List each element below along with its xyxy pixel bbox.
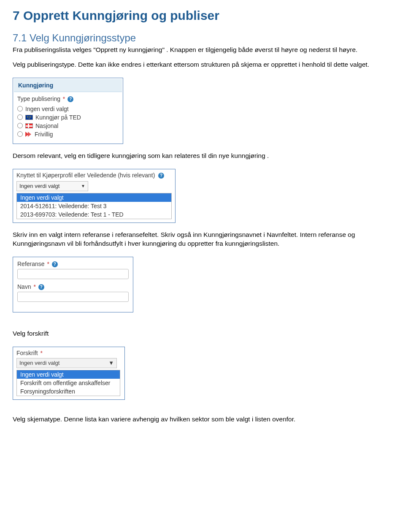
intro-para-1: Fra publiseringslista velges "Opprett ny… xyxy=(13,46,392,54)
radio-input[interactable] xyxy=(17,114,23,120)
no-flag-icon xyxy=(25,123,33,128)
help-icon[interactable]: ? xyxy=(52,261,58,267)
eu-flag-icon xyxy=(25,115,33,120)
screenshot-referanse-navn: Referanse * ? Navn * ? xyxy=(13,257,133,312)
forskrift-select[interactable]: Ingen verdi valgt ▼ xyxy=(16,358,117,368)
radio-input[interactable] xyxy=(17,131,23,137)
knyttet-options: Ingen verdi valgt 2014-512611: Veiledend… xyxy=(16,193,172,219)
subsection-heading: 7.1 Velg Kunngjøringsstype xyxy=(13,32,392,44)
dropdown-option[interactable]: Ingen verdi valgt xyxy=(17,193,171,202)
dropdown-option[interactable]: Ingen verdi valgt xyxy=(17,370,120,379)
navn-input[interactable] xyxy=(17,292,129,302)
para-relater: Dersom relevant, velg en tidligere kunng… xyxy=(13,152,392,160)
chevron-down-icon: ▼ xyxy=(81,184,85,188)
velg-forskrift-label: Velg forskrift xyxy=(13,329,392,338)
velg-skjematype-para: Velg skjematype. Denne lista kan variere… xyxy=(13,415,392,424)
intro-para-2: Velg publiseringstype. Dette kan ikke en… xyxy=(13,60,392,69)
dropdown-option[interactable]: 2013-699703: Veiledende: Test 1 - TED xyxy=(17,210,171,219)
forskrift-options: Ingen verdi valgt Forskrift om offentlig… xyxy=(16,370,120,396)
help-icon[interactable]: ? xyxy=(38,284,44,290)
panel-title: Kunngjøring xyxy=(14,79,122,92)
radio-kunngjor-pa-ted[interactable]: Kunngjør på TED xyxy=(17,113,119,122)
chevron-down-icon: ▼ xyxy=(108,360,114,366)
section-heading: 7 Opprett Kunngjøring og publiser xyxy=(13,8,392,23)
referanse-input[interactable] xyxy=(17,269,129,279)
screenshot-knyttet-dropdown: Knyttet til Kjøperprofil eller Veiledend… xyxy=(13,169,176,223)
radio-ingen-verdi-valgt[interactable]: Ingen verdi valgt xyxy=(17,105,119,113)
help-icon[interactable]: ? xyxy=(158,173,164,179)
frivillig-icon xyxy=(25,132,32,137)
knyttet-select[interactable]: Ingen verdi valgt ▼ xyxy=(16,181,88,191)
required-marker: * xyxy=(62,95,66,102)
radio-input[interactable] xyxy=(17,106,23,111)
required-marker: * xyxy=(46,261,50,267)
dropdown-option[interactable]: 2014-512611: Veiledende: Test 3 xyxy=(17,202,171,210)
knyttet-label: Knyttet til Kjøperprofil eller Veiledend… xyxy=(16,172,172,179)
navn-label: Navn * ? xyxy=(17,283,129,290)
referanse-label: Referanse * ? xyxy=(17,261,129,267)
dropdown-option[interactable]: Forskrift om offentlige anskaffelser xyxy=(17,379,120,387)
screenshot-kunngjoring-panel: Kunngjøring Type publisering * ? Ingen v… xyxy=(13,78,123,144)
screenshot-forskrift-dropdown: Forskrift * Ingen verdi valgt ▼ Ingen ve… xyxy=(13,347,125,400)
required-marker: * xyxy=(39,350,43,356)
para-referanse-instruks: Skriv inn en valgt intern referanse i re… xyxy=(13,231,392,248)
required-marker: * xyxy=(33,283,37,290)
type-publisering-label: Type publisering * ? xyxy=(17,95,119,102)
radio-input[interactable] xyxy=(17,123,23,128)
radio-nasjonal[interactable]: Nasjonal xyxy=(17,122,119,130)
help-icon[interactable]: ? xyxy=(68,96,73,102)
radio-frivillig[interactable]: Frivillig xyxy=(17,130,119,138)
dropdown-option[interactable]: Forsyningsforskriften xyxy=(17,387,120,396)
forskrift-label: Forskrift * xyxy=(16,350,121,356)
